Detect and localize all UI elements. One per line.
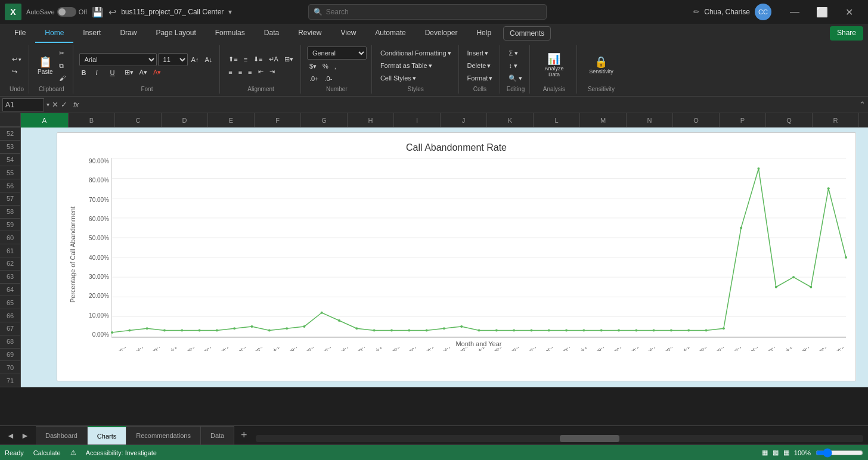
tab-formulas[interactable]: Formulas: [206, 24, 255, 43]
currency-button[interactable]: $▾: [307, 60, 319, 72]
merge-button[interactable]: ⊞▾: [282, 54, 296, 66]
tab-insert[interactable]: Insert: [73, 24, 110, 43]
row-67[interactable]: 67: [0, 322, 21, 335]
autosave-control[interactable]: AutoSave Off: [26, 7, 87, 17]
row-52[interactable]: 52: [0, 128, 21, 141]
find-button[interactable]: 🔍 ▾: [506, 72, 525, 84]
filename-dropdown-icon[interactable]: ▾: [228, 8, 232, 16]
row-58[interactable]: 58: [0, 206, 21, 219]
col-header-m[interactable]: M: [580, 113, 627, 128]
search-bar[interactable]: 🔍: [308, 4, 547, 20]
row-71[interactable]: 71: [0, 374, 21, 387]
col-header-i[interactable]: I: [394, 113, 441, 128]
view-layout-icon[interactable]: ▩: [773, 449, 779, 456]
expand-icon[interactable]: ▾: [46, 101, 49, 108]
share-button[interactable]: Share: [830, 26, 863, 41]
align-right-button[interactable]: ≡: [246, 66, 254, 78]
col-header-e[interactable]: E: [208, 113, 255, 128]
tab-next-button[interactable]: ►: [19, 430, 31, 442]
tab-automate[interactable]: Automate: [365, 24, 415, 43]
sum-button[interactable]: Σ ▾: [506, 47, 525, 59]
col-header-a[interactable]: A: [21, 113, 69, 128]
row-65[interactable]: 65: [0, 296, 21, 309]
row-54[interactable]: 54: [0, 154, 21, 167]
italic-button[interactable]: I: [94, 67, 107, 79]
row-61[interactable]: 61: [0, 244, 21, 257]
cell-reference-input[interactable]: [2, 98, 44, 111]
wrap-text-button[interactable]: ↵A: [266, 54, 281, 66]
align-middle-button[interactable]: ≡: [241, 54, 250, 66]
number-format-select[interactable]: General: [307, 46, 367, 60]
col-header-n[interactable]: N: [627, 113, 673, 128]
row-63[interactable]: 63: [0, 271, 21, 284]
horizontal-scrollbar[interactable]: [256, 435, 863, 442]
row-55[interactable]: 55: [0, 166, 21, 179]
view-normal-icon[interactable]: ▦: [762, 449, 768, 456]
row-57[interactable]: 57: [0, 192, 21, 206]
align-bottom-button[interactable]: ⬇≡: [251, 54, 265, 66]
fill-color-button[interactable]: A▾: [137, 67, 150, 79]
indent-increase-button[interactable]: ⇥: [267, 66, 277, 78]
col-header-p[interactable]: P: [720, 113, 766, 128]
tab-view[interactable]: View: [331, 24, 366, 43]
align-top-button[interactable]: ⬆≡: [226, 54, 240, 66]
row-59[interactable]: 59: [0, 219, 21, 232]
row-64[interactable]: 64: [0, 284, 21, 297]
zoom-slider[interactable]: [816, 448, 863, 458]
dec-decrease-button[interactable]: .0-: [322, 73, 334, 85]
chart-container[interactable]: Call Abandonment Rate Percentage of Call…: [57, 132, 856, 381]
close-button[interactable]: ✕: [836, 0, 863, 24]
col-header-b[interactable]: B: [69, 113, 115, 128]
minimize-button[interactable]: —: [781, 0, 808, 24]
dec-increase-button[interactable]: .0+: [307, 73, 321, 85]
borders-button[interactable]: ⊞▾: [122, 67, 136, 79]
col-header-f[interactable]: F: [255, 113, 301, 128]
col-header-d[interactable]: D: [162, 113, 208, 128]
row-56[interactable]: 56: [0, 179, 21, 192]
cancel-formula-button[interactable]: ✕: [52, 100, 58, 109]
autosave-toggle[interactable]: [57, 7, 76, 17]
sheet-tab-charts[interactable]: Charts: [88, 426, 126, 445]
cut-button[interactable]: ✂: [57, 47, 68, 59]
copy-button[interactable]: ⧉: [57, 60, 68, 72]
cell-styles-button[interactable]: Cell Styles ▾: [378, 72, 454, 84]
underline-button[interactable]: U: [108, 67, 121, 79]
col-header-h[interactable]: H: [348, 113, 394, 128]
maximize-button[interactable]: ⬜: [808, 0, 836, 24]
tab-review[interactable]: Review: [289, 24, 331, 43]
row-62[interactable]: 62: [0, 257, 21, 271]
align-left-button[interactable]: ≡: [226, 66, 234, 78]
undo-button[interactable]: ↩ ▾: [10, 54, 24, 66]
tab-help[interactable]: Help: [467, 24, 501, 43]
view-page-icon[interactable]: ▦: [783, 449, 789, 456]
tab-page-layout[interactable]: Page Layout: [146, 24, 205, 43]
sheet-tab-data[interactable]: Data: [201, 426, 234, 445]
sort-button[interactable]: ↕ ▾: [506, 60, 525, 72]
percent-button[interactable]: %: [320, 60, 331, 72]
format-as-table-button[interactable]: Format as Table ▾: [378, 60, 454, 72]
analyze-data-button[interactable]: 📊 Analyze Data: [536, 50, 572, 81]
pen-icon[interactable]: ✏: [693, 8, 699, 16]
increase-font-button[interactable]: A↑: [189, 54, 202, 66]
sheet-tab-recommendations[interactable]: Recommendations: [126, 426, 201, 445]
sensitivity-button[interactable]: 🔒 Sensitivity: [583, 50, 619, 81]
delete-button[interactable]: Delete ▾: [465, 60, 495, 72]
row-53[interactable]: 53: [0, 141, 21, 154]
formula-input[interactable]: [85, 101, 857, 109]
redo-button[interactable]: ↪: [10, 66, 24, 78]
col-header-l[interactable]: L: [534, 113, 580, 128]
col-header-k[interactable]: K: [487, 113, 534, 128]
col-header-q[interactable]: Q: [766, 113, 813, 128]
col-header-c[interactable]: C: [115, 113, 162, 128]
comma-button[interactable]: ,: [332, 60, 339, 72]
indent-decrease-button[interactable]: ⇤: [256, 66, 266, 78]
font-family-select[interactable]: Arial: [79, 53, 157, 66]
align-center-button[interactable]: ≡: [236, 66, 244, 78]
search-input[interactable]: [326, 8, 541, 16]
decrease-font-button[interactable]: A↓: [202, 54, 215, 66]
comments-button[interactable]: Comments: [503, 26, 551, 41]
tab-developer[interactable]: Developer: [416, 24, 467, 43]
sheet-tab-dashboard[interactable]: Dashboard: [36, 426, 88, 445]
tab-data[interactable]: Data: [255, 24, 289, 43]
add-sheet-button[interactable]: +: [237, 428, 251, 443]
